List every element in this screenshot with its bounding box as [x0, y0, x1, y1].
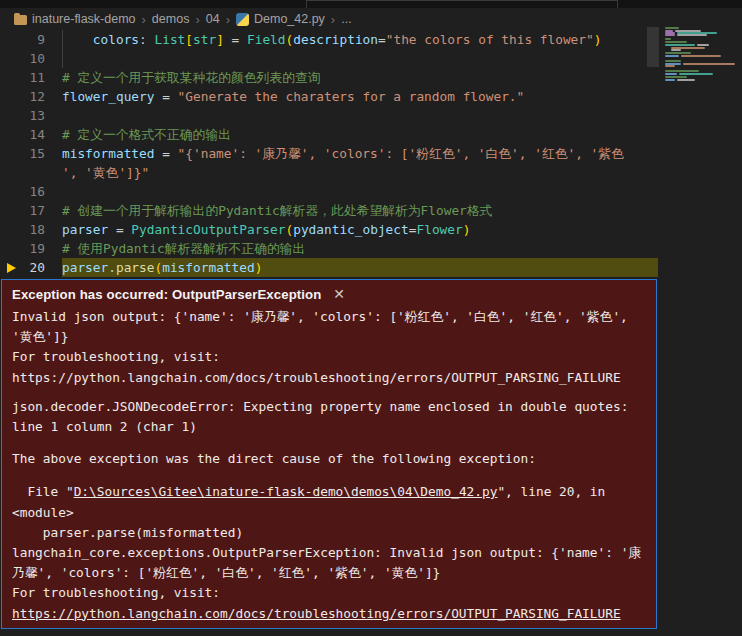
traceback-text: The above exception was the direct cause…: [12, 451, 536, 466]
code-line[interactable]: 14# 定义一个格式不正确的输出: [0, 125, 658, 144]
tab-divider: [306, 0, 307, 8]
traceback-link[interactable]: https://python.langchain.com/docs/troubl…: [12, 606, 621, 621]
code-line[interactable]: 16: [0, 182, 658, 201]
line-number: 18: [30, 222, 45, 237]
line-number-gutter[interactable]: 12: [0, 87, 62, 106]
breadcrumb-item[interactable]: 04: [206, 12, 220, 26]
breadcrumb-label: ...: [341, 12, 351, 26]
python-icon: [236, 13, 249, 26]
code-line[interactable]: 11# 定义一个用于获取某种花的颜色列表的查询: [0, 68, 658, 87]
minimap[interactable]: [645, 0, 742, 280]
chevron-right-icon: ›: [195, 12, 199, 27]
traceback-text: json.decoder.JSONDecodeError: Expecting …: [12, 399, 628, 434]
minimap-code-line: [697, 44, 709, 46]
minimap-code-line: [665, 27, 679, 29]
line-number: 11: [30, 70, 45, 85]
line-number-gutter[interactable]: 13: [0, 106, 62, 125]
debug-current-line-icon: [7, 263, 16, 273]
minimap-code-line: [665, 41, 687, 43]
traceback-paragraph: json.decoder.JSONDecodeError: Expecting …: [12, 397, 646, 437]
breadcrumb-label: inature-flask-demo: [32, 12, 136, 26]
line-number: 16: [30, 184, 45, 199]
code-line[interactable]: 13: [0, 106, 658, 125]
breadcrumb-label: demos: [152, 12, 190, 26]
minimap-code-line: [677, 34, 707, 36]
minimap-code-line: [665, 73, 677, 75]
line-number: 15: [30, 146, 45, 161]
minimap-code-line: [665, 52, 691, 54]
indent-guide: [62, 49, 63, 68]
minimap-code-line: [665, 55, 679, 57]
breadcrumb: inature-flask-demo›demos›04›Demo_42.py›.…: [0, 8, 742, 30]
minimap-code-line: [665, 44, 695, 46]
exception-pointer-icon: [70, 279, 86, 280]
minimap-code-line: [683, 63, 735, 65]
minimap-code-line: [679, 73, 713, 75]
line-number-gutter[interactable]: 17: [0, 201, 62, 220]
traceback-link[interactable]: D:\Sources\Gitee\inature-flask-demo\demo…: [74, 484, 498, 499]
code-area[interactable]: 9 colors: List[str] = Field(description=…: [0, 30, 658, 277]
breadcrumb-label: 04: [206, 12, 220, 26]
minimap-code-line: [665, 38, 671, 40]
minimap-code-line: [665, 65, 675, 67]
line-number-gutter[interactable]: 16: [0, 182, 62, 201]
minimap-code-line: [677, 79, 695, 81]
close-icon[interactable]: ✕: [333, 286, 345, 302]
line-number: 9: [37, 32, 45, 47]
breadcrumb-label: Demo_42.py: [254, 12, 325, 26]
line-number: 13: [30, 108, 45, 123]
line-number-gutter[interactable]: 11: [0, 68, 62, 87]
line-number: 17: [30, 203, 45, 218]
tab-bar-strip: [0, 0, 742, 8]
chevron-right-icon: ›: [226, 12, 230, 27]
line-number-gutter[interactable]: 9: [0, 30, 62, 49]
code-line[interactable]: 18parser = PydanticOutputParser(pydantic…: [0, 220, 658, 239]
exception-body: Invalid json output: {'name': '康乃馨', 'co…: [12, 307, 646, 624]
chevron-right-icon: ›: [142, 12, 146, 27]
code-line[interactable]: 20parser.parse(misformatted): [0, 258, 658, 277]
line-number: 12: [30, 89, 45, 104]
line-number: 14: [30, 127, 45, 142]
code-line[interactable]: 15misformatted = "{'name': '康乃馨', 'color…: [0, 144, 658, 163]
line-number: 19: [30, 241, 45, 256]
breadcrumb-item[interactable]: inature-flask-demo: [14, 12, 136, 26]
breadcrumb-item[interactable]: Demo_42.py: [236, 12, 325, 26]
tab-top-border: [306, 0, 617, 1]
code-line[interactable]: 10: [0, 49, 658, 68]
line-number-gutter[interactable]: 18: [0, 220, 62, 239]
tab-divider: [617, 0, 618, 8]
minimap-code-line: [665, 70, 699, 72]
exception-title: Exception has occurred: OutputParserExce…: [12, 287, 321, 302]
folder-icon: [14, 15, 27, 25]
traceback-paragraph: Invalid json output: {'name': '康乃馨', 'co…: [12, 307, 646, 388]
traceback-text: File ": [12, 484, 74, 499]
traceback-text: ", line 20, in <module> parser.parse(mis…: [12, 484, 641, 600]
line-number-gutter[interactable]: 10: [0, 49, 62, 68]
traceback-paragraph: The above exception was the direct cause…: [12, 449, 646, 469]
minimap-code-line: [671, 49, 681, 51]
line-number: 10: [30, 51, 45, 66]
minimap-code-line: [665, 60, 681, 62]
exception-widget: Exception has occurred: OutputParserExce…: [1, 279, 657, 629]
traceback-paragraph: File "D:\Sources\Gitee\inature-flask-dem…: [12, 482, 646, 623]
line-number-gutter[interactable]: 15: [0, 144, 62, 163]
line-number: 20: [30, 260, 45, 275]
code-line[interactable]: 19# 使用Pydantic解析器解析不正确的输出: [0, 239, 658, 258]
code-line[interactable]: 12flower_query = "Generate the charaters…: [0, 87, 658, 106]
code-line[interactable]: ', '黄色']}": [0, 163, 658, 182]
indent-guide: [62, 30, 63, 49]
exception-header: Exception has occurred: OutputParserExce…: [12, 286, 646, 302]
breadcrumb-item[interactable]: ...: [341, 12, 351, 26]
code-line[interactable]: 9 colors: List[str] = Field(description=…: [0, 30, 658, 49]
code-line[interactable]: 17# 创建一个用于解析输出的Pydantic解析器，此处希望解析为Flower…: [0, 201, 658, 220]
minimap-code-line: [665, 34, 675, 36]
line-number-gutter[interactable]: 20: [0, 258, 62, 277]
minimap-code-line: [681, 55, 721, 57]
line-number-gutter[interactable]: [0, 163, 62, 182]
breadcrumb-item[interactable]: demos: [152, 12, 190, 26]
chevron-right-icon: ›: [331, 12, 335, 27]
line-number-gutter[interactable]: 19: [0, 239, 62, 258]
line-number-gutter[interactable]: 14: [0, 125, 62, 144]
traceback-text: Invalid json output: {'name': '康乃馨', 'co…: [12, 309, 628, 385]
minimap-code-line: [665, 76, 687, 78]
